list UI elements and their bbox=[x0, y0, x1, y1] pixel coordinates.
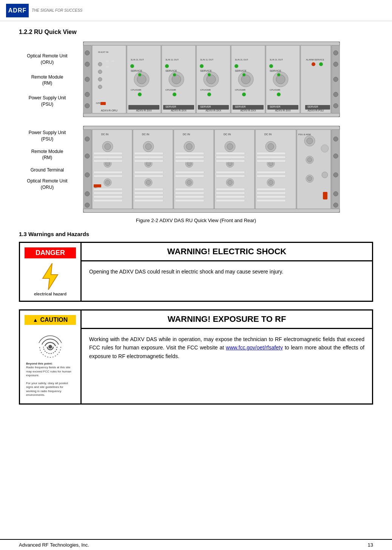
svg-point-68 bbox=[242, 73, 245, 76]
svg-text:CPU/GMB: CPU/GMB bbox=[165, 89, 176, 91]
page-footer: Advanced RF Technologies, Inc. 13 bbox=[0, 539, 392, 550]
svg-rect-164 bbox=[175, 192, 204, 194]
svg-point-174 bbox=[228, 180, 232, 185]
svg-rect-196 bbox=[257, 175, 286, 177]
psu2-label: Power Supply Unit(PSU) bbox=[19, 130, 76, 142]
svg-text:ADXV-R-3XX: ADXV-R-3XX bbox=[136, 109, 152, 112]
svg-point-11 bbox=[333, 92, 338, 97]
svg-rect-163 bbox=[175, 188, 204, 190]
svg-rect-141 bbox=[134, 152, 163, 154]
svg-text:SERVICE: SERVICE bbox=[131, 70, 142, 72]
svg-point-42 bbox=[165, 64, 169, 68]
svg-rect-194 bbox=[257, 160, 286, 162]
svg-rect-182 bbox=[216, 196, 245, 198]
svg-point-191 bbox=[269, 180, 273, 185]
svg-point-99 bbox=[85, 203, 90, 207]
rear-diagram-container: Power Supply Unit(PSU) Remote Module(RM)… bbox=[19, 126, 373, 214]
svg-text:SERVER: SERVER bbox=[235, 105, 246, 108]
svg-text:ADXV-R-3XX: ADXV-R-3XX bbox=[205, 109, 221, 112]
svg-rect-124 bbox=[94, 152, 122, 154]
svg-point-87 bbox=[312, 62, 315, 66]
svg-point-187 bbox=[268, 144, 274, 150]
svg-text:DC IN: DC IN bbox=[224, 133, 231, 136]
caution-icon-box: ▲ CAUTION Beyond this point: bbox=[20, 311, 80, 403]
svg-text:CPU/GMB: CPU/GMB bbox=[131, 89, 141, 91]
warning-electric-shock: DANGER electrical hazard WARNING! ELECTR… bbox=[19, 242, 373, 302]
svg-rect-85 bbox=[301, 45, 331, 113]
svg-point-104 bbox=[333, 203, 338, 207]
svg-rect-36 bbox=[128, 105, 159, 110]
svg-rect-147 bbox=[134, 192, 163, 194]
figure-caption-text: Figure 2-2 ADXV DAS RU Quick View (Front… bbox=[136, 218, 256, 223]
svg-point-9 bbox=[333, 62, 338, 66]
front-diagram-container: Optical Remote Unit(ORU) Remote Module(R… bbox=[19, 42, 373, 118]
svg-point-34 bbox=[138, 93, 142, 96]
svg-point-170 bbox=[227, 144, 233, 150]
svg-rect-179 bbox=[216, 175, 245, 177]
svg-point-8 bbox=[333, 51, 338, 55]
svg-point-12 bbox=[333, 104, 338, 108]
psu-label: Power Supply Unit(PSU) bbox=[19, 95, 76, 108]
svg-point-78 bbox=[269, 64, 273, 68]
svg-rect-199 bbox=[257, 196, 286, 198]
svg-point-103 bbox=[333, 192, 338, 196]
svg-rect-148 bbox=[134, 196, 163, 198]
hazard-label: electrical hazard bbox=[34, 292, 66, 296]
svg-rect-202 bbox=[94, 184, 101, 187]
svg-rect-197 bbox=[257, 188, 286, 190]
oru-label: Optical Remote Unit(ORU) bbox=[19, 53, 76, 66]
svg-text:3L/N   1L OUT: 3L/N 1L OUT bbox=[165, 59, 179, 61]
svg-text:SERVICE: SERVICE bbox=[200, 70, 212, 72]
svg-text:CPU/GMB: CPU/GMB bbox=[235, 89, 245, 91]
warning2-body: Working with the ADXV DAS while in opera… bbox=[82, 329, 372, 366]
svg-point-56 bbox=[208, 73, 211, 76]
svg-rect-162 bbox=[175, 175, 204, 177]
svg-text:3L/N   1L OUT: 3L/N 1L OUT bbox=[200, 59, 213, 61]
svg-rect-132 bbox=[94, 199, 122, 202]
svg-point-7 bbox=[85, 104, 90, 108]
svg-point-107 bbox=[307, 138, 313, 144]
figure-caption: Figure 2-2 ADXV DAS RU Quick View (Front… bbox=[19, 218, 373, 223]
svg-rect-158 bbox=[175, 152, 204, 154]
svg-point-32 bbox=[138, 73, 141, 76]
svg-rect-178 bbox=[216, 171, 245, 173]
svg-point-58 bbox=[207, 93, 211, 96]
svg-rect-177 bbox=[216, 160, 245, 162]
oru2-label: Optical Remote Unit(ORU) bbox=[19, 178, 76, 191]
svg-rect-176 bbox=[216, 156, 245, 158]
svg-point-70 bbox=[242, 93, 246, 96]
svg-point-66 bbox=[235, 64, 238, 68]
svg-rect-128 bbox=[94, 175, 122, 177]
logo-text: ADRF bbox=[8, 7, 26, 14]
svg-rect-195 bbox=[257, 171, 286, 173]
svg-point-30 bbox=[130, 64, 134, 68]
svg-point-209 bbox=[48, 345, 52, 349]
logo-area: ADRF THE SIGNAL FOR SUCCESS bbox=[6, 4, 82, 17]
rm2-label: Remote Module(RM) bbox=[19, 148, 76, 161]
svg-text:DC IN: DC IN bbox=[183, 133, 190, 136]
svg-point-112 bbox=[307, 176, 312, 181]
svg-point-82 bbox=[277, 93, 281, 96]
svg-text:SERVER: SERVER bbox=[270, 105, 281, 108]
rf-hazard-icon bbox=[35, 328, 65, 358]
svg-rect-175 bbox=[216, 152, 245, 154]
main-content: 1.2.2 RU Quick View Optical Remote Unit(… bbox=[0, 21, 392, 420]
svg-text:IN EXT IN: IN EXT IN bbox=[98, 51, 108, 53]
svg-rect-146 bbox=[134, 188, 163, 190]
danger-icon-box: DANGER electrical hazard bbox=[20, 243, 80, 301]
svg-point-6 bbox=[85, 92, 90, 97]
svg-text:DC IN: DC IN bbox=[142, 133, 149, 136]
company-logo: ADRF bbox=[6, 4, 29, 17]
svg-point-98 bbox=[85, 192, 90, 196]
front-labels-column: Optical Remote Unit(ORU) Remote Module(R… bbox=[19, 42, 76, 111]
svg-point-123 bbox=[105, 180, 110, 185]
svg-rect-129 bbox=[94, 188, 122, 190]
svg-rect-159 bbox=[175, 156, 204, 158]
svg-point-96 bbox=[85, 154, 90, 158]
svg-rect-165 bbox=[175, 196, 204, 198]
svg-text:3L/N   2L OUT: 3L/N 2L OUT bbox=[270, 59, 283, 61]
svg-rect-131 bbox=[94, 196, 122, 198]
svg-rect-142 bbox=[134, 156, 163, 158]
fcc-link[interactable]: www.fcc.gov/oet/rfsafety bbox=[226, 345, 283, 351]
svg-text:ADXV-R-ORU: ADXV-R-ORU bbox=[101, 109, 117, 112]
